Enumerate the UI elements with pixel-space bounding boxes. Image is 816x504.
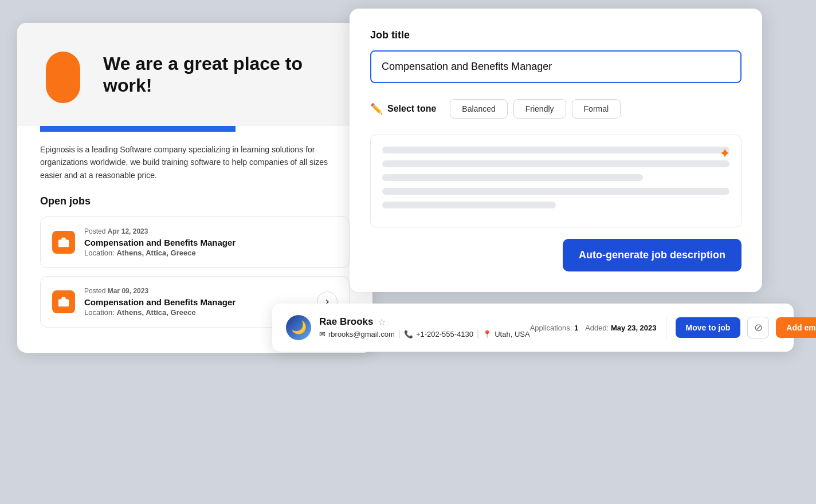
company-tagline: We are a great place to work! bbox=[103, 53, 350, 97]
job-icon-2 bbox=[52, 290, 75, 313]
meta-sep-2: | bbox=[477, 329, 479, 339]
tone-friendly-button[interactable]: Friendly bbox=[513, 99, 566, 119]
email-icon: ✉ bbox=[319, 330, 325, 338]
tone-row: ✏️ Select tone Balanced Friendly Formal bbox=[370, 99, 742, 119]
tone-label: ✏️ Select tone bbox=[370, 103, 436, 115]
phone-icon: 📞 bbox=[404, 330, 413, 338]
candidate-left: 🌙 Rae Brooks ☆ ✉ rbrooks@gmail.com | 📞 +… bbox=[286, 315, 530, 340]
move-to-job-button[interactable]: Move to job bbox=[676, 317, 741, 338]
company-logo bbox=[40, 40, 86, 109]
candidate-meta-row: ✉ rbrooks@gmail.com | 📞 +1-202-555-4130 … bbox=[319, 329, 530, 339]
candidate-avatar: 🌙 bbox=[286, 315, 311, 340]
candidate-email: ✉ rbrooks@gmail.com bbox=[319, 330, 395, 338]
placeholder-line-4 bbox=[382, 188, 729, 195]
job-title-input[interactable] bbox=[370, 50, 742, 83]
candidate-details: Rae Brooks ☆ ✉ rbrooks@gmail.com | 📞 +1-… bbox=[319, 316, 530, 339]
candidate-location: 📍 Utah, USA bbox=[482, 330, 529, 338]
pin-icon: 📍 bbox=[482, 330, 492, 338]
add-employee-button[interactable]: Add employee bbox=[776, 317, 816, 338]
candidate-phone: 📞 +1-202-555-4130 bbox=[404, 330, 473, 338]
briefcase-icon-2 bbox=[57, 296, 70, 308]
divider bbox=[666, 316, 666, 339]
star-icon[interactable]: ☆ bbox=[378, 317, 386, 328]
meta-sep-1: | bbox=[398, 329, 401, 339]
placeholder-line-1 bbox=[382, 147, 729, 153]
description-placeholder: ✦ bbox=[370, 135, 742, 227]
briefcase-icon-1 bbox=[57, 236, 70, 249]
placeholder-line-5 bbox=[382, 202, 556, 208]
added-info: Added: May 23, 2023 bbox=[585, 324, 656, 332]
job-icon-1 bbox=[52, 231, 75, 254]
placeholder-line-3 bbox=[382, 174, 643, 181]
job-posted-1: Posted Apr 12, 2023 bbox=[84, 227, 338, 235]
tone-buttons: Balanced Friendly Formal bbox=[450, 99, 621, 119]
job-title-1: Compensation and Benefits Manager bbox=[84, 238, 338, 247]
svg-rect-0 bbox=[46, 52, 80, 103]
block-button[interactable]: ⊘ bbox=[747, 317, 769, 338]
tone-balanced-button[interactable]: Balanced bbox=[450, 99, 507, 119]
candidate-right: Applications: 1 Added: May 23, 2023 Move… bbox=[530, 316, 816, 339]
company-card-header: We are a great place to work! bbox=[17, 23, 372, 126]
block-icon: ⊘ bbox=[754, 321, 763, 334]
candidate-name-row: Rae Brooks ☆ bbox=[319, 316, 530, 328]
job-card-1[interactable]: Posted Apr 12, 2023 Compensation and Ben… bbox=[40, 216, 350, 268]
tone-formal-button[interactable]: Formal bbox=[572, 99, 621, 119]
job-posted-2: Posted Mar 09, 2023 bbox=[84, 287, 308, 295]
wand-icon: ✏️ bbox=[370, 103, 383, 115]
candidate-card: 🌙 Rae Brooks ☆ ✉ rbrooks@gmail.com | 📞 +… bbox=[272, 304, 794, 352]
applications-info: Applications: 1 bbox=[530, 324, 579, 332]
candidate-name: Rae Brooks bbox=[319, 316, 373, 328]
panel-job-title-label: Job title bbox=[370, 29, 742, 41]
company-blue-bar bbox=[40, 126, 236, 132]
open-jobs-title: Open jobs bbox=[40, 195, 350, 207]
job-desc-panel: Job title ✏️ Select tone Balanced Friend… bbox=[350, 9, 762, 292]
job-location-1: Location: Athens, Attica, Greece bbox=[84, 249, 338, 257]
sparkle-icon: ✦ bbox=[719, 145, 731, 162]
placeholder-line-2 bbox=[382, 160, 729, 167]
company-description: Epignosis is a leading Software company … bbox=[17, 143, 372, 195]
job-info-1: Posted Apr 12, 2023 Compensation and Ben… bbox=[84, 227, 338, 257]
auto-generate-button[interactable]: Auto-generate job description bbox=[563, 239, 742, 271]
